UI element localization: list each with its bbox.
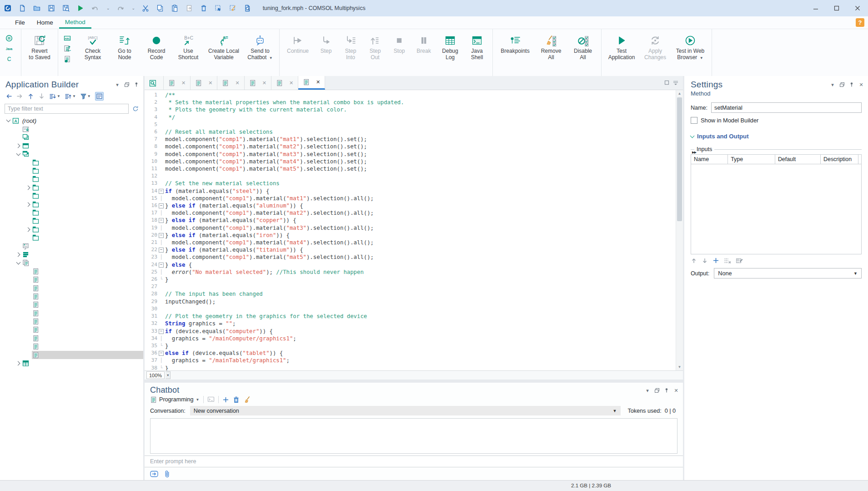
tree-item-notationstablet[interactable] [0, 217, 143, 225]
tree-item-runfrequencystudy[interactable] [0, 309, 143, 317]
tree-item-initializeapplication[interactable] [0, 267, 143, 275]
scroll-up-icon[interactable]: ▲ [676, 90, 683, 97]
send-prompt-icon[interactable] [150, 471, 159, 478]
tree-item-resettodefault[interactable] [0, 275, 143, 283]
scrollbar-thumb[interactable] [677, 97, 682, 221]
move-up-button[interactable] [27, 93, 34, 100]
tab-home[interactable]: Home [31, 16, 59, 29]
ribbon-use-shortcut-button[interactable]: B+CUseShortcut [173, 31, 204, 69]
ribbon-test-application-button[interactable]: TestApplication [604, 31, 639, 69]
ribbon-step-into-button[interactable]: StepInto [339, 31, 362, 69]
tree-item-themes[interactable] [0, 133, 143, 142]
tree-item-toolbarsmartphone[interactable] [0, 233, 143, 242]
ribbon-stop-button[interactable]: Stop [388, 31, 411, 69]
tree-item-declarations[interactable] [0, 250, 143, 258]
editor-tab-preview[interactable] [145, 76, 164, 90]
add-input-icon[interactable] [712, 257, 719, 264]
move-down-icon[interactable] [702, 258, 708, 264]
chevron-down-icon[interactable]: ⌄ [106, 6, 110, 10]
panel-collapse-icon[interactable]: ▾ [644, 387, 651, 394]
console-icon[interactable] [207, 396, 215, 403]
editor-tab-playsoundforfrequency[interactable]: ✕ [217, 76, 244, 90]
ribbon-go-to-node-button[interactable]: Go toNode [109, 31, 140, 69]
zoom-level-caret-icon[interactable]: ▾ [166, 371, 171, 379]
ribbon-debug-log-button[interactable]: DebugLog [437, 31, 463, 69]
chevron-down-icon[interactable]: ⌄ [132, 6, 135, 10]
move-up-icon[interactable] [691, 258, 697, 264]
maximize-button[interactable] [826, 0, 847, 16]
close-tab-icon[interactable]: ✕ [208, 80, 212, 86]
editor-tab-createreport[interactable]: ✕ [245, 76, 271, 90]
column-header-default[interactable]: Default [775, 155, 821, 164]
ribbon-model-expressions-button[interactable]: a= [61, 44, 76, 54]
expand-list-button[interactable]: ▼ [65, 93, 76, 100]
ribbon-check-syntax-button[interactable]: [ABC]CheckSyntax [77, 31, 108, 69]
tree-item-inputs[interactable] [0, 125, 143, 133]
panel-collapse-icon[interactable]: ▾ [829, 81, 836, 88]
model-tree-toggle-button[interactable] [95, 92, 104, 101]
tree-item-maintablet[interactable] [0, 200, 143, 208]
copy-icon[interactable] [156, 4, 164, 12]
help-button[interactable]: ? [856, 18, 864, 27]
edit-table-icon[interactable] [736, 257, 743, 264]
tree-item-forms[interactable] [0, 150, 143, 158]
minimize-button[interactable] [805, 0, 826, 16]
tree-item-computeandupdateresults[interactable] [0, 301, 143, 309]
app-logo-icon[interactable] [4, 4, 12, 12]
tree-item-methods[interactable] [0, 259, 143, 267]
show-in-model-builder-checkbox[interactable]: Show in Model Builder [691, 117, 862, 124]
chatbot-prompt-input[interactable] [145, 458, 683, 465]
ribbon-record-code-button[interactable]: RecordCode [141, 31, 172, 69]
column-header-description[interactable]: Description [821, 155, 858, 164]
close-tab-icon[interactable]: ✕ [316, 79, 320, 85]
editor-tab-inputchanged[interactable]: ✕ [271, 76, 298, 90]
toolbar-chevron-icon[interactable]: ⌄ [247, 6, 251, 10]
ribbon-step-out-button[interactable]: StepOut [363, 31, 387, 69]
editor-tab-computeandupdateresults[interactable]: ✕ [164, 76, 191, 90]
tree-item-maincomputer[interactable] [0, 183, 143, 192]
chatbot-mode-select[interactable]: Programming ▼ [150, 396, 200, 403]
code-editor[interactable]: 1/**2 * Sets the material properties whe… [145, 90, 676, 370]
ribbon-breakpoints-button[interactable]: Breakpoints [496, 31, 535, 69]
ribbon-remove-all-button[interactable]: RemoveAll [536, 31, 567, 69]
tab-list-icon[interactable] [673, 80, 678, 86]
tree-item-mainsmartphone[interactable] [0, 225, 143, 233]
close-tab-icon[interactable]: ✕ [262, 80, 266, 86]
tree-item-main-window[interactable] [0, 142, 143, 150]
tree-item-information[interactable] [0, 175, 143, 183]
ribbon-apply-changes-button[interactable]: ApplyChanges [640, 31, 671, 69]
panel-close-icon[interactable]: ✕ [858, 81, 864, 88]
paste-icon[interactable] [171, 4, 179, 12]
run-icon[interactable] [76, 4, 85, 12]
save-icon[interactable] [47, 4, 55, 12]
cut-icon[interactable] [141, 4, 150, 12]
ribbon-revert-to-saved-button[interactable]: Revertto Saved [24, 31, 55, 69]
collapse-list-button[interactable]: ▼ [49, 93, 60, 100]
float-editor-icon[interactable] [664, 80, 669, 86]
tree-item-toolbartablet[interactable] [0, 208, 143, 217]
panel-pin-icon[interactable] [663, 387, 670, 394]
tree-item-createreport[interactable] [0, 326, 143, 334]
tree-item-playsoundforfrequency[interactable] [0, 317, 143, 325]
column-header-name[interactable]: Name [691, 155, 728, 164]
redo-icon[interactable] [116, 4, 125, 12]
column-header-type[interactable]: Type [728, 155, 775, 164]
delete-conversation-icon[interactable] [233, 396, 240, 403]
panel-pin-icon[interactable] [133, 81, 140, 88]
undo-icon[interactable] [91, 4, 99, 12]
filter-funnel-button[interactable]: ▼ [80, 93, 91, 100]
new-conversation-icon[interactable] [222, 396, 229, 403]
close-tab-icon[interactable]: ✕ [289, 80, 293, 86]
editor-tab-setmaterial[interactable]: ✕ [298, 76, 325, 90]
ribbon-disable-all-button[interactable]: DisableAll [567, 31, 598, 69]
close-tab-icon[interactable]: ✕ [235, 80, 239, 86]
ribbon-test-in-web-browser-button[interactable]: Test in WebBrowser ▼ [672, 31, 709, 69]
paste-ref-icon[interactable] [185, 4, 193, 12]
tree-item-tuning-fork-mph[interactable]: A (root) [0, 116, 143, 125]
ribbon-java-shell-button[interactable]: JavaShell [464, 31, 490, 69]
panel-pin-icon[interactable] [848, 81, 855, 88]
checkbox-box[interactable] [691, 117, 697, 124]
conversation-select[interactable]: New conversation ▼ [190, 406, 621, 415]
panel-close-icon[interactable]: ✕ [673, 387, 679, 394]
new-file-icon[interactable] [18, 4, 26, 12]
